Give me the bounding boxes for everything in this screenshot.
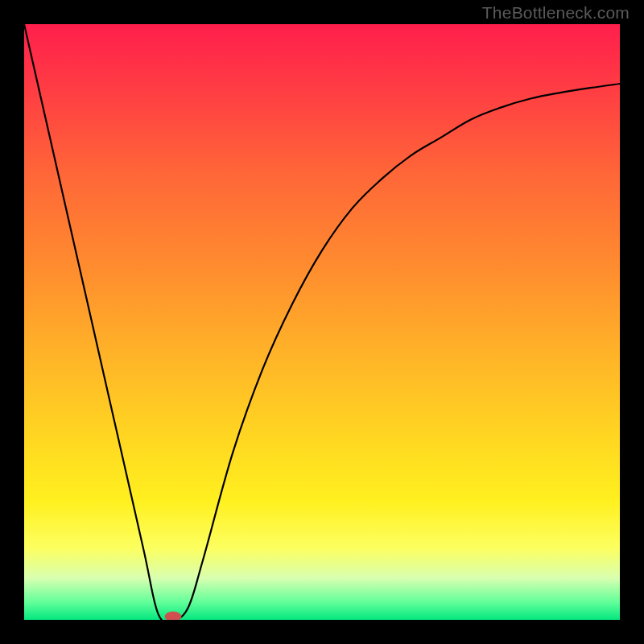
- plot-area: [24, 24, 620, 620]
- chart-frame: TheBottleneck.com: [0, 0, 644, 644]
- curve-layer: [24, 24, 620, 620]
- bottleneck-curve: [24, 24, 620, 620]
- minimum-marker: [165, 612, 181, 620]
- watermark-text: TheBottleneck.com: [482, 3, 630, 23]
